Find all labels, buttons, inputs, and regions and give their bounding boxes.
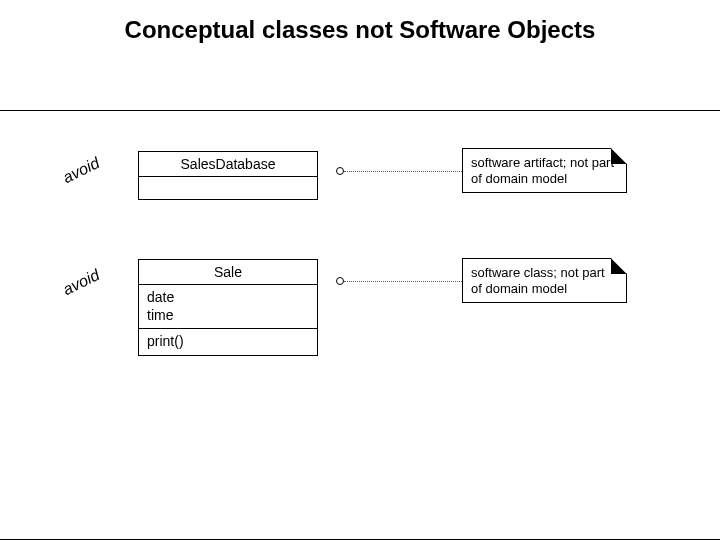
class-name: SalesDatabase xyxy=(139,152,317,177)
note-artifact: software artifact; not part of domain mo… xyxy=(462,148,627,193)
note-anchor-icon xyxy=(336,167,344,175)
note-connector xyxy=(344,281,462,282)
operation: print() xyxy=(147,333,309,351)
note-connector xyxy=(344,171,462,172)
class-sale: Sale date time print() xyxy=(138,259,318,356)
note-anchor-icon xyxy=(336,277,344,285)
attribute: date xyxy=(147,289,309,307)
class-operations: print() xyxy=(139,329,317,355)
avoid-label-1: avoid xyxy=(60,154,102,187)
class-name: Sale xyxy=(139,260,317,285)
note-class: software class; not part of domain model xyxy=(462,258,627,303)
class-salesdatabase: SalesDatabase xyxy=(138,151,318,200)
class-attributes: date time xyxy=(139,285,317,329)
class-attributes xyxy=(139,177,317,199)
attribute: time xyxy=(147,307,309,325)
avoid-label-2: avoid xyxy=(60,266,102,299)
diagram-canvas: avoid SalesDatabase software artifact; n… xyxy=(0,110,720,540)
page-title: Conceptual classes not Software Objects xyxy=(0,0,720,53)
